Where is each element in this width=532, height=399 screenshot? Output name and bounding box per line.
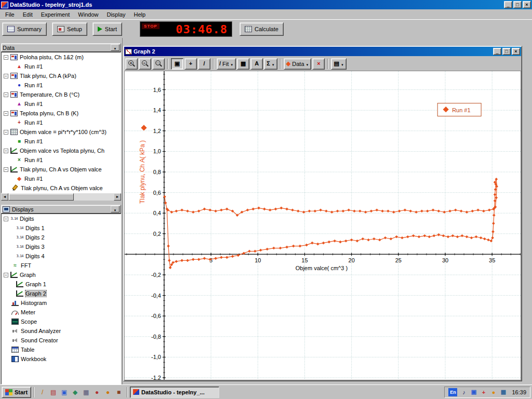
start-menu-button[interactable]: Start bbox=[2, 387, 31, 398]
displays-panel-header: Displays bbox=[1, 205, 121, 214]
chart-plot-area[interactable]: 51015202530351,61,41,21,00,80,60,40,2-0,… bbox=[124, 71, 521, 380]
graph-settings-button[interactable]: ▤ bbox=[331, 58, 346, 70]
run-item[interactable]: +Run #1 bbox=[2, 118, 121, 127]
run-item[interactable]: ■Run #1 bbox=[2, 137, 121, 146]
volume-icon[interactable]: ♪ bbox=[460, 388, 468, 396]
display-item[interactable]: Histogram bbox=[2, 298, 121, 308]
square-marker-icon: ■ bbox=[16, 139, 22, 144]
quicklaunch-browser-icon[interactable]: ● bbox=[103, 388, 112, 396]
data-tree-hscrollbar[interactable] bbox=[1, 193, 121, 201]
data-panel-menu-button[interactable] bbox=[111, 44, 119, 51]
text-annotation-button[interactable]: A bbox=[250, 58, 263, 70]
graph-maximize-button[interactable] bbox=[502, 48, 511, 55]
display-item[interactable]: Meter bbox=[2, 308, 121, 317]
displays-panel-menu-button[interactable] bbox=[111, 206, 119, 212]
data-menu-label: Data bbox=[292, 61, 304, 67]
language-indicator[interactable]: En bbox=[448, 388, 457, 396]
network-icon[interactable]: ▦ bbox=[499, 388, 507, 396]
tree-expander[interactable] bbox=[4, 149, 8, 153]
zoom-in-button[interactable]: + bbox=[125, 58, 138, 70]
minimize-button[interactable] bbox=[504, 1, 512, 8]
tree-expander[interactable] bbox=[4, 273, 8, 277]
start-button[interactable]: Start bbox=[92, 22, 122, 36]
display-item[interactable]: Table bbox=[2, 345, 121, 354]
data-item[interactable]: Objem valce = pi*r*r*y*100 (cm^3) bbox=[2, 127, 121, 137]
data-menu-button[interactable]: ◆Data bbox=[284, 58, 312, 70]
close-button[interactable] bbox=[523, 1, 531, 8]
summary-button[interactable]: Summary bbox=[2, 22, 47, 36]
antivirus-icon[interactable]: + bbox=[480, 388, 487, 396]
tree-expander[interactable] bbox=[4, 111, 8, 116]
scroll-left-button[interactable] bbox=[1, 193, 8, 201]
display-item[interactable]: Scope bbox=[2, 317, 121, 326]
displays-icon bbox=[3, 206, 10, 212]
scroll-right-button[interactable] bbox=[114, 193, 121, 201]
display-item[interactable]: Graph bbox=[2, 270, 121, 280]
tree-expander[interactable] bbox=[4, 217, 8, 221]
display-item[interactable]: Sound Creator bbox=[2, 336, 121, 345]
run-item[interactable]: ▲Run #1 bbox=[2, 99, 121, 109]
scheduler-icon[interactable]: ● bbox=[489, 388, 497, 396]
display-subitem[interactable]: Graph 1 bbox=[2, 280, 121, 289]
graph-minimize-button[interactable] bbox=[493, 48, 501, 55]
tree-expander[interactable] bbox=[4, 130, 8, 135]
data-item[interactable]: Teplota plynu, Ch B (K) bbox=[2, 109, 121, 118]
scrollbar-track[interactable] bbox=[8, 193, 114, 201]
run-item[interactable]: ◆Run #1 bbox=[2, 174, 121, 183]
menu-edit[interactable]: Edit bbox=[19, 10, 37, 19]
quicklaunch-calculator-icon[interactable]: ▦ bbox=[82, 388, 90, 396]
display-item[interactable]: 3.14Digits bbox=[2, 214, 121, 223]
smart-tool-button[interactable]: + bbox=[184, 58, 197, 70]
display-subitem[interactable]: Graph 2 bbox=[2, 289, 121, 298]
circle-marker-icon: ● bbox=[16, 83, 22, 88]
calculator-button[interactable]: ▦ bbox=[237, 58, 249, 70]
display-subitem[interactable]: 3.14Digits 2 bbox=[2, 233, 121, 242]
scrollbar-thumb[interactable] bbox=[8, 193, 74, 201]
run-item[interactable]: ×Run #1 bbox=[2, 155, 121, 165]
display-subitem[interactable]: 3.14Digits 1 bbox=[2, 223, 121, 233]
pv-diagram-chart[interactable]: 51015202530351,61,41,21,00,80,60,40,2-0,… bbox=[125, 71, 521, 380]
tree-expander[interactable] bbox=[4, 92, 8, 97]
data-item[interactable]: Tlak plynu, Ch A (kPa) bbox=[2, 71, 121, 81]
quicklaunch-mail-icon[interactable]: ◆ bbox=[71, 388, 79, 396]
display-item[interactable]: Workbook bbox=[2, 354, 121, 364]
taskbar-datastudio-button[interactable]: DataStudio - tepelny_... bbox=[130, 387, 219, 398]
display-settings-icon[interactable]: ▣ bbox=[470, 388, 477, 396]
display-item[interactable]: Sound Analyzer bbox=[2, 326, 121, 336]
setup-button[interactable]: Setup bbox=[52, 22, 87, 36]
quicklaunch-tools-icon[interactable]: ■ bbox=[114, 388, 123, 396]
workspace: Graph 2 +−□▣+//Fit▦AΣ◆Data×▤ 51015202530… bbox=[123, 38, 532, 384]
calculate-button[interactable]: Calculate bbox=[240, 22, 284, 36]
statistics-button[interactable]: Σ bbox=[264, 58, 277, 70]
quicklaunch-document-icon[interactable]: ▤ bbox=[49, 388, 58, 396]
tree-expander[interactable] bbox=[4, 167, 8, 172]
quicklaunch-media-icon[interactable]: ● bbox=[92, 388, 101, 396]
delete-display-button[interactable]: × bbox=[312, 58, 325, 70]
slope-tool-button[interactable]: / bbox=[198, 58, 210, 70]
menu-file[interactable]: File bbox=[1, 10, 19, 19]
quicklaunch-pen-icon[interactable]: / bbox=[38, 388, 47, 396]
data-item[interactable]: Tlak plynu, Ch A vs Objem valce bbox=[2, 183, 121, 193]
display-subitem[interactable]: 3.14Digits 4 bbox=[2, 251, 121, 261]
display-item[interactable]: ≈FFT bbox=[2, 261, 121, 270]
tree-expander[interactable] bbox=[4, 74, 8, 78]
run-item[interactable]: ●Run #1 bbox=[2, 81, 121, 90]
maximize-button[interactable] bbox=[513, 1, 522, 8]
quicklaunch-desktop-icon[interactable]: ▣ bbox=[60, 388, 69, 396]
data-item[interactable]: Tlak plynu, Ch A vs Objem valce bbox=[2, 165, 121, 174]
run-item[interactable]: ▲Run #1 bbox=[2, 62, 121, 71]
display-subitem[interactable]: 3.14Digits 3 bbox=[2, 242, 121, 251]
data-item[interactable]: Temperature, Ch B (°C) bbox=[2, 90, 121, 99]
menu-experiment[interactable]: Experiment bbox=[37, 10, 74, 19]
fit-menu-button[interactable]: /Fit bbox=[217, 58, 236, 70]
data-item[interactable]: Poloha pistu, Ch 1&2 (m) bbox=[2, 52, 121, 62]
menu-window[interactable]: Window bbox=[74, 10, 102, 19]
zoom-select-button[interactable]: □ bbox=[152, 58, 165, 70]
menu-help[interactable]: Help bbox=[130, 10, 150, 19]
graph-close-button[interactable] bbox=[512, 48, 520, 55]
zoom-out-button[interactable]: − bbox=[139, 58, 151, 70]
data-item[interactable]: Objem valce vs Teplota plynu, Ch bbox=[2, 146, 121, 155]
tree-expander[interactable] bbox=[4, 55, 8, 60]
scale-to-fit-button[interactable]: ▣ bbox=[171, 58, 183, 70]
menu-display[interactable]: Display bbox=[102, 10, 129, 19]
